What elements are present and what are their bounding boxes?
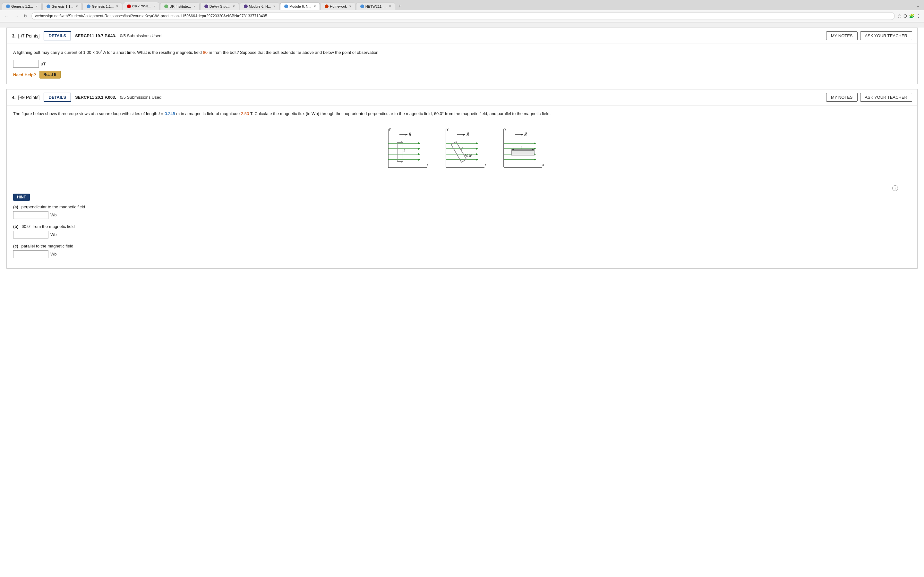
ell-symbol: ℓ <box>158 111 160 116</box>
tab-label: Module 6: N... <box>289 5 311 8</box>
close-tab-icon[interactable]: × <box>349 5 351 8</box>
close-tab-icon[interactable]: × <box>153 5 155 8</box>
svg-marker-10 <box>418 148 420 150</box>
svg-marker-25 <box>463 134 465 135</box>
problem-3-ask-teacher-button[interactable]: ASK YOUR TEACHER <box>860 31 912 40</box>
svg-text:y: y <box>504 127 506 131</box>
opera-icon[interactable]: O <box>903 13 907 19</box>
diagram-3-svg: y x B⃗ <box>494 126 545 177</box>
diagram-1-svg: y x B⃗ <box>379 126 430 177</box>
problem-4-submissions: 0/5 Submissions Used <box>120 95 162 100</box>
problem-3-submissions: 0/5 Submissions Used <box>120 33 162 38</box>
tab-devry[interactable]: DeVry Stud... × <box>200 2 239 10</box>
forward-button[interactable]: → <box>13 13 20 19</box>
close-tab-icon[interactable]: × <box>116 5 118 8</box>
hint-button[interactable]: HINT <box>13 193 30 201</box>
problem-4-details-button[interactable]: DETAILS <box>44 93 71 102</box>
close-tab-icon[interactable]: × <box>233 5 235 8</box>
svg-text:ℓ: ℓ <box>461 147 463 150</box>
sub-question-b: (b) 60.0° from the magnetic field Wb <box>13 224 911 239</box>
diagram-60deg: y x B⃗ <box>436 126 488 177</box>
sub-question-a-answer: Wb <box>13 211 911 219</box>
problem-4-code: SERCP11 20.1.P.003. <box>75 95 116 100</box>
problem-4-header-right: MY NOTES ASK YOUR TEACHER <box>826 93 912 102</box>
svg-marker-34 <box>476 159 478 161</box>
close-tab-icon[interactable]: × <box>314 5 316 8</box>
svg-rect-35 <box>451 142 467 162</box>
url-bar[interactable] <box>31 12 895 20</box>
sub-question-b-label: (b) 60.0° from the magnetic field <box>13 224 911 229</box>
problem-3-text: A lightning bolt may carry a current of … <box>13 49 911 56</box>
back-button[interactable]: ← <box>3 13 10 19</box>
close-tab-icon[interactable]: × <box>36 5 37 8</box>
svg-marker-12 <box>418 153 420 155</box>
need-help-label: Need Help? <box>13 73 36 77</box>
tab-label: Homework <box>330 5 347 8</box>
address-bar-row: ← → ↻ ☆ O 🧩 ⋮ <box>0 10 924 22</box>
problem-4-header: 4. [-/9 Points] DETAILS SERCP11 20.1.P.0… <box>7 89 917 105</box>
svg-rect-53 <box>512 151 534 155</box>
bookmark-icon[interactable]: ☆ <box>897 13 901 19</box>
browser-chrome: Genesis 1:2... × Genesis 1:1... × Genesi… <box>0 0 924 23</box>
problem-4-number: 4. [-/9 Points] <box>12 95 40 100</box>
read-it-button[interactable]: Read It <box>39 71 61 79</box>
tab-label: Module 6: N... <box>249 5 271 8</box>
svg-text:B⃗: B⃗ <box>409 132 411 137</box>
sub-a-input[interactable] <box>13 211 48 219</box>
close-tab-icon[interactable]: × <box>76 5 78 8</box>
sub-question-c-label: (c) parallel to the magnetic field <box>13 243 911 248</box>
close-tab-icon[interactable]: × <box>273 5 275 8</box>
svg-text:B⃗: B⃗ <box>524 132 527 137</box>
tab-label: Genesis 1:1... <box>52 5 73 8</box>
tab-netw211[interactable]: NETW211_... × <box>356 2 395 10</box>
tab-genesis-2[interactable]: Genesis 1:1... × <box>42 2 82 10</box>
browser-menu-icon[interactable]: ⋮ <box>916 13 921 19</box>
tab-module6a[interactable]: Module 6: N... × <box>240 2 279 10</box>
problem-3-points: [-/7 Points] <box>18 33 40 39</box>
field-value: 2.50 <box>241 111 249 116</box>
svg-marker-43 <box>521 134 523 135</box>
reload-button[interactable]: ↻ <box>23 13 29 19</box>
browser-toolbar: ☆ O 🧩 ⋮ <box>897 13 921 19</box>
tab-overflow-button[interactable]: ⌄ <box>914 3 922 10</box>
diagram-parallel: y x B⃗ <box>494 126 545 177</box>
new-tab-button[interactable]: + <box>396 2 404 10</box>
close-tab-icon[interactable]: × <box>389 5 391 8</box>
problem-4-points: [-/9 Points] <box>18 95 40 100</box>
svg-marker-32 <box>476 153 478 155</box>
exponent-4: 4 <box>101 50 102 53</box>
tab-genesis-3[interactable]: Genesis 1:1... × <box>82 2 122 10</box>
problem-3-my-notes-button[interactable]: MY NOTES <box>826 31 858 40</box>
problem-3-number: 3. [-/7 Points] <box>12 33 40 39</box>
tab-ur[interactable]: UR Institute... × <box>160 2 199 10</box>
problem-3-details-button[interactable]: DETAILS <box>44 31 71 40</box>
info-icon-row: i <box>13 185 911 191</box>
svg-marker-8 <box>418 142 420 144</box>
length-value: 0.245 <box>165 111 175 116</box>
tab-bar: Genesis 1:2... × Genesis 1:1... × Genesi… <box>0 0 924 10</box>
problem-3-unit: μT <box>41 61 45 66</box>
problem-4-my-notes-button[interactable]: MY NOTES <box>826 93 858 102</box>
problem-4-container: 4. [-/9 Points] DETAILS SERCP11 20.1.P.0… <box>6 89 918 269</box>
info-icon[interactable]: i <box>892 185 898 191</box>
tab-youtube[interactable]: אריק איינש... × <box>123 2 160 10</box>
problem-3-header-right: MY NOTES ASK YOUR TEACHER <box>826 31 912 40</box>
svg-text:x: x <box>485 163 486 167</box>
tab-homework[interactable]: Homework × <box>320 2 355 10</box>
tab-genesis-1[interactable]: Genesis 1:2... × <box>2 2 42 10</box>
sub-question-c-answer: Wb <box>13 250 911 258</box>
sub-c-unit: Wb <box>50 251 57 256</box>
problem-3-answer-input[interactable] <box>13 60 39 68</box>
sub-c-input[interactable] <box>13 250 48 258</box>
sub-b-input[interactable] <box>13 231 48 239</box>
problem-4-ask-teacher-button[interactable]: ASK YOUR TEACHER <box>860 93 912 102</box>
problem-3-answer-row: μT <box>13 60 911 68</box>
page-content: 3. [-/7 Points] DETAILS SERCP11 19.7.P.0… <box>0 27 924 577</box>
svg-text:ℓ: ℓ <box>403 149 405 153</box>
extensions-icon[interactable]: 🧩 <box>909 13 914 19</box>
close-tab-icon[interactable]: × <box>194 5 195 8</box>
tab-label: DeVry Stud... <box>210 5 230 8</box>
sub-b-unit: Wb <box>50 232 57 237</box>
tab-module6b-active[interactable]: Module 6: N... × <box>280 2 320 10</box>
svg-marker-28 <box>476 142 478 144</box>
